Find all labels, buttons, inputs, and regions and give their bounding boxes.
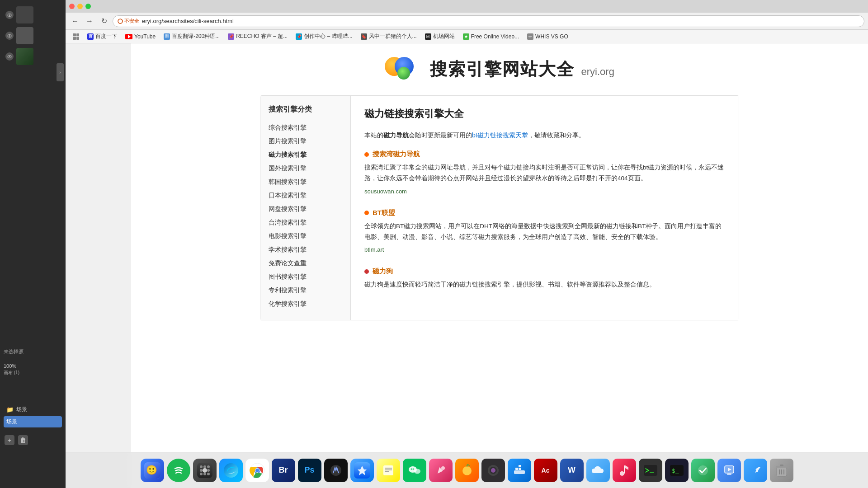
- dock-appstore[interactable]: [350, 459, 374, 482]
- youtube-icon: [125, 34, 132, 39]
- entry-title-btlm[interactable]: BT联盟: [373, 209, 395, 217]
- bookmark-jichang-label: 机场网站: [433, 33, 455, 40]
- dock-mango[interactable]: [455, 459, 479, 482]
- sidebar-item-12[interactable]: 专利搜索引擎: [265, 284, 346, 297]
- sidebar-item-13[interactable]: 化学搜索引擎: [265, 297, 346, 311]
- forward-button[interactable]: →: [84, 15, 95, 27]
- eye-icon-2[interactable]: [5, 32, 14, 40]
- address-bar[interactable]: ! 不安全 eryi.org/searchsites/cili-search.h…: [113, 15, 864, 27]
- dock-music[interactable]: [613, 459, 636, 482]
- dock-creative[interactable]: [429, 459, 453, 482]
- zoom-level: 100%: [4, 363, 62, 369]
- site-title: 搜索引擎网站大全: [430, 60, 575, 79]
- eye-row-2: [2, 26, 64, 45]
- bookmark-fengzhong[interactable]: 🔖 风中一群猪的个人...: [357, 31, 420, 42]
- svg-point-3: [9, 35, 10, 37]
- entry-url-btlm[interactable]: btlm.art: [364, 246, 384, 253]
- dock-icloud[interactable]: [586, 459, 610, 482]
- dock-sketchbook[interactable]: [324, 459, 348, 482]
- dock-ldplayer[interactable]: [717, 459, 741, 482]
- intro-link[interactable]: bt磁力链接搜索天堂: [472, 131, 528, 139]
- sidebar-item-3[interactable]: 国外搜索引擎: [265, 162, 346, 175]
- maximize-window-button[interactable]: [85, 4, 91, 9]
- dock-acrobat[interactable]: Ac: [534, 459, 557, 482]
- scene-folder-row[interactable]: 📁 场景: [4, 404, 62, 415]
- expand-panel-button[interactable]: ›: [57, 63, 64, 81]
- site-header: 搜索引擎网站大全 eryi.org: [260, 52, 739, 82]
- dock-cleanmaster[interactable]: [691, 459, 715, 482]
- svg-point-36: [412, 468, 414, 469]
- add-scene-button[interactable]: +: [5, 435, 14, 445]
- dock-bridge[interactable]: Br: [272, 459, 295, 482]
- sidebar-item-0[interactable]: 综合搜索引擎: [265, 121, 346, 135]
- bookmark-freevideo[interactable]: ★ Free Online Video...: [459, 32, 523, 41]
- sidebar-item-8[interactable]: 电影搜索引擎: [265, 230, 346, 243]
- bookmark-jichang[interactable]: M 机场网站: [421, 31, 458, 42]
- entry-desc-btlm: 全球领先的BT磁力搜索网站，用户可以在DHT网络的海量数据中快速搜索到全网最新的…: [364, 221, 725, 243]
- sidebar-item-6[interactable]: 网盘搜索引擎: [265, 202, 346, 216]
- svg-point-21: [207, 473, 210, 475]
- close-window-button[interactable]: [69, 4, 75, 9]
- bullet-icon-3: [364, 269, 369, 274]
- sidebar-item-5[interactable]: 日本搜索引擎: [265, 189, 346, 202]
- sidebar-item-7[interactable]: 台湾搜索引擎: [265, 216, 346, 230]
- sidebar-item-10[interactable]: 免费论文查重: [265, 257, 346, 270]
- dock-iterm[interactable]: $_: [665, 459, 689, 482]
- dock-obs[interactable]: [481, 459, 505, 482]
- active-scene[interactable]: 场景: [4, 416, 62, 427]
- bookmark-baidu[interactable]: 百 百度一下: [84, 31, 121, 42]
- svg-point-13: [200, 465, 203, 468]
- eye-icon-1[interactable]: [5, 11, 14, 19]
- eye-icon-3[interactable]: [5, 52, 14, 61]
- entry-title-sousuowan[interactable]: 搜索湾磁力导航: [373, 150, 420, 159]
- sidebar-item-11[interactable]: 图书搜索引擎: [265, 270, 346, 284]
- apps-grid-icon: [73, 33, 79, 40]
- bookmark-reecho[interactable]: 📌 REECHO 睿声 – 超...: [224, 31, 291, 42]
- dock-finder[interactable]: 🙂: [141, 459, 164, 482]
- entry-url-sousuowan[interactable]: sousuowan.com: [364, 188, 407, 195]
- main-layout: 搜索引擎分类 综合搜索引擎 图片搜索引擎 磁力搜索引擎 国外搜索引擎 韩国搜索引…: [260, 95, 739, 320]
- entry-btlm: BT联盟 全球领先的BT磁力搜索网站，用户可以在DHT网络的海量数据中快速搜索到…: [364, 209, 725, 254]
- site-domain: eryi.org: [581, 66, 614, 77]
- delete-scene-button[interactable]: 🗑: [18, 435, 28, 445]
- bookmark-fanyi-label: 百度翻译-200种语...: [172, 33, 220, 40]
- minimize-window-button[interactable]: [77, 4, 83, 9]
- dock-word[interactable]: W: [560, 459, 584, 482]
- entry-title-ciligo[interactable]: 磁力狗: [373, 267, 393, 276]
- dock-edge[interactable]: [219, 459, 243, 482]
- dock-chrome[interactable]: [245, 459, 269, 482]
- dock-wechat[interactable]: [403, 459, 426, 482]
- back-button[interactable]: ←: [69, 15, 81, 27]
- sidebar-item-2[interactable]: 磁力搜索引擎: [265, 148, 346, 162]
- dock-spotify[interactable]: [167, 459, 190, 482]
- bookmark-apps[interactable]: [69, 32, 83, 41]
- bookmark-youtube[interactable]: YouTube: [122, 32, 159, 41]
- entry-bullet-1: 搜索湾磁力导航: [364, 150, 725, 159]
- svg-point-1: [9, 14, 10, 16]
- dock-photoshop[interactable]: Ps: [298, 459, 321, 482]
- sidebar-item-9[interactable]: 学术搜索引擎: [265, 243, 346, 257]
- svg-point-38: [462, 466, 472, 475]
- dock-docker[interactable]: [508, 459, 531, 482]
- sidebar-item-4[interactable]: 韩国搜索引擎: [265, 175, 346, 189]
- canvas-label: 画布 (1): [4, 370, 62, 376]
- reload-button[interactable]: ↻: [98, 15, 110, 27]
- dock-feather[interactable]: [744, 459, 767, 482]
- dock-trash[interactable]: [770, 459, 793, 482]
- bookmark-whois[interactable]: ✏ WHIS VS GO: [524, 32, 572, 41]
- whois-favicon: ✏: [527, 33, 533, 40]
- dock-notes[interactable]: [377, 459, 400, 482]
- sidebar-item-1[interactable]: 图片搜索引擎: [265, 135, 346, 148]
- bookmark-chuangzuo[interactable]: 📌 创作中心 – 哔哩哔...: [292, 31, 356, 42]
- svg-rect-59: [780, 465, 783, 466]
- svg-point-41: [491, 468, 495, 473]
- dock-launchpad[interactable]: [193, 459, 217, 482]
- dock-bar: 🙂 Br Ps: [66, 452, 868, 488]
- unselected-source: 未选择源: [4, 348, 62, 355]
- content-title: 磁力链接搜索引擎大全: [364, 107, 725, 121]
- eye-row-3: [2, 47, 64, 66]
- obs-top-icons: [0, 4, 66, 68]
- bookmark-fanyi[interactable]: 翻 百度翻译-200种语...: [160, 31, 223, 42]
- dock-terminal[interactable]: [639, 459, 662, 482]
- intro-paragraph: 本站的磁力导航会随时更新最新可用的bt磁力链接搜索天堂，敬请收藏和分享。: [364, 130, 725, 141]
